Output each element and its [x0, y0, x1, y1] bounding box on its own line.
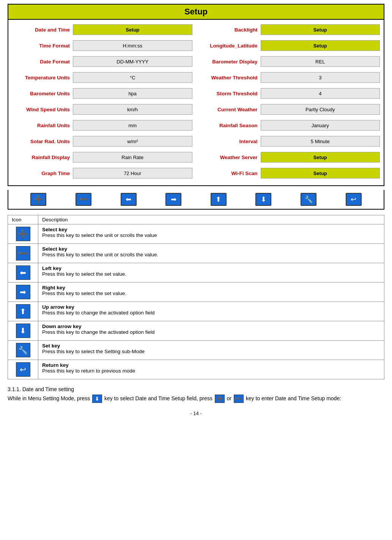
setup-row-value[interactable]: Setup [261, 152, 380, 163]
setup-row-label: Rainfall Display [12, 155, 73, 160]
setup-left-row: Date and Time Setup [12, 23, 192, 36]
setup-row-value[interactable]: w/m² [73, 136, 192, 147]
table-row: ⬅Left keyPress this key to select the se… [8, 263, 384, 283]
setup-row-value[interactable]: 3 [261, 72, 380, 83]
setup-row-value[interactable]: DD-MM-YYYY [73, 56, 192, 67]
setup-row-value[interactable]: hpa [73, 88, 192, 99]
icon-cell: ⬆ [8, 302, 38, 321]
table-row: ➕Select keyPress this key to select the … [8, 224, 384, 244]
key-icon: ➖ [16, 246, 30, 261]
setup-row-value[interactable]: mm [73, 120, 192, 131]
plus-button-icon: ➕ [30, 193, 46, 206]
down-button[interactable]: ⬇ [254, 192, 272, 207]
table-row: 🔧Set keyPress this key to select the Set… [8, 341, 384, 360]
setup-row-value[interactable]: 5 Minute [261, 136, 380, 147]
setup-right-row: Interval 5 Minute [200, 134, 380, 148]
key-icon: ⬇ [16, 324, 30, 338]
setup-left-row: Rainfall Display Rain Rate [12, 150, 192, 164]
setup-row-value[interactable]: Setup [261, 24, 380, 35]
table-row: ➖Select keyPress this key to select the … [8, 244, 384, 263]
return-button-icon: ↩ [346, 193, 362, 206]
setup-row-value[interactable]: °C [73, 72, 192, 83]
key-title: Up arrow key [42, 304, 74, 310]
setup-row-value[interactable]: 72 Hour [73, 168, 192, 178]
setup-right-row: Storm Threshold 4 [200, 87, 380, 100]
up-button[interactable]: ⬆ [209, 192, 228, 207]
icon-cell: ↩ [8, 360, 38, 379]
minus-button-icon: ➖ [76, 193, 91, 206]
setup-left-row: Graph Time 72 Hour [12, 166, 192, 180]
desc-cell: Return keyPress this key to return to pr… [38, 360, 384, 379]
setup-panel: Setup Date and Time Setup Time Format H:… [8, 4, 384, 186]
down-button-icon: ⬇ [255, 193, 271, 206]
toolbar: ➕➖⬅➡⬆⬇🔧↩ [8, 190, 384, 210]
desc-cell: Right keyPress this key to select the se… [38, 283, 384, 302]
plus-button[interactable]: ➕ [29, 192, 47, 207]
setup-row-label: Current Weather [200, 107, 261, 112]
setup-row-label: Barometer Display [200, 59, 261, 65]
right-button[interactable]: ➡ [164, 192, 183, 207]
setup-left-row: Barometer Units hpa [12, 87, 192, 100]
setup-row-value[interactable]: km/h [73, 104, 192, 115]
setup-right-row: Barometer Display REL [200, 55, 380, 68]
setup-row-label: Rainfall Season [200, 123, 261, 128]
desc-cell: Select keyPress this key to select the u… [38, 224, 384, 244]
key-desc: Press this key to change the activated o… [42, 329, 154, 335]
section-para: While in Menu Setting Mode, press ⬇ key … [8, 395, 384, 403]
icon-table: IconDescription➕Select keyPress this key… [8, 215, 384, 379]
icon-cell: 🔧 [8, 341, 38, 360]
desc-cell: Select keyPress this key to select the u… [38, 244, 384, 263]
table-row: ⬇Down arrow keyPress this key to change … [8, 321, 384, 341]
key-desc: Press this key to change the activated o… [42, 310, 154, 316]
setup-title: Setup [184, 7, 208, 16]
minus-inline-icon: ➖ [234, 395, 244, 403]
icon-cell: ⬅ [8, 263, 38, 283]
setup-row-value[interactable]: Setup [73, 24, 192, 35]
setup-row-label: Longitude_Latitude [200, 43, 261, 49]
icon-cell: ⬇ [8, 321, 38, 341]
key-icon: ➕ [16, 227, 30, 241]
left-button-icon: ⬅ [121, 193, 137, 206]
desc-cell: Up arrow keyPress this key to change the… [38, 302, 384, 321]
setup-row-value[interactable]: 4 [261, 88, 380, 99]
setup-row-value[interactable]: Setup [261, 168, 380, 178]
setup-left-row: Rainfall Units mm [12, 118, 192, 132]
setup-left-row: Wind Speed Units km/h [12, 103, 192, 116]
setup-row-value[interactable]: January [261, 120, 380, 131]
set-button[interactable]: 🔧 [299, 192, 318, 207]
key-title: Select key [42, 246, 67, 252]
setup-row-label: Solar Rad. Units [12, 139, 73, 144]
icon-cell: ➕ [8, 224, 38, 244]
setup-right-row: Weather Server Setup [200, 150, 380, 164]
setup-row-label: Weather Threshold [200, 75, 261, 81]
setup-title-row: Setup [8, 5, 384, 20]
return-button[interactable]: ↩ [345, 192, 363, 207]
section-heading: 3.1.1. Date and Time setting [8, 386, 384, 392]
key-icon: ⬅ [16, 265, 30, 280]
setup-content: Date and Time Setup Time Format H:mm:ss … [8, 20, 384, 185]
minus-button[interactable]: ➖ [74, 192, 93, 207]
setup-row-value[interactable]: Rain Rate [73, 152, 192, 163]
setup-row-label: Graph Time [12, 171, 73, 176]
table-row: ➡Right keyPress this key to select the s… [8, 283, 384, 302]
setup-row-value[interactable]: Setup [261, 40, 380, 51]
setup-row-label: Date and Time [12, 27, 73, 33]
key-desc: Press this key to return to previous mod… [42, 368, 135, 374]
setup-row-value[interactable]: Partly Cloudy [261, 104, 380, 115]
setup-row-label: Temperature Units [12, 75, 73, 81]
setup-row-label: Rainfall Units [12, 123, 73, 128]
setup-row-label: Interval [200, 139, 261, 144]
setup-row-value[interactable]: H:mm:ss [73, 40, 192, 51]
setup-left-row: Temperature Units °C [12, 71, 192, 84]
setup-row-value[interactable]: REL [261, 56, 380, 67]
setup-right-row: Weather Threshold 3 [200, 71, 380, 84]
key-desc: Press this key to select the unit or scr… [42, 232, 157, 238]
key-icon: 🔧 [16, 343, 30, 357]
key-title: Return key [42, 362, 69, 368]
setup-right-row: Longitude_Latitude Setup [200, 39, 380, 52]
left-button[interactable]: ⬅ [120, 192, 138, 207]
setup-right-row: Wi-Fi Scan Setup [200, 166, 380, 180]
setup-left-row: Date Format DD-MM-YYYY [12, 55, 192, 68]
key-icon: ⬆ [16, 304, 30, 319]
setup-row-label: Wind Speed Units [12, 107, 73, 112]
